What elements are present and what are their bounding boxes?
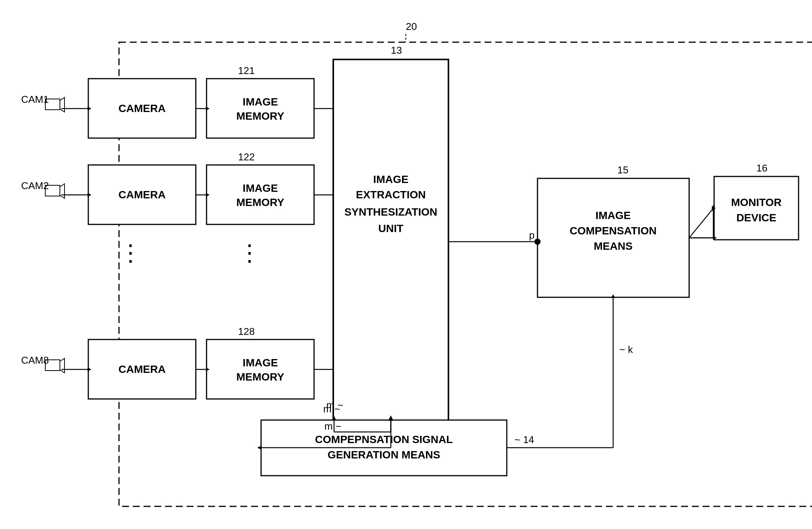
dots-memories: ⋮	[238, 240, 261, 266]
m-connector-label: m ~	[324, 420, 341, 432]
monitor-label2: DEVICE	[736, 212, 776, 224]
camera2-label: CAMERA	[119, 189, 166, 201]
image-memory2-label2: MEMORY	[236, 196, 284, 208]
svg-marker-18	[60, 358, 64, 373]
svg-line-30	[689, 208, 713, 238]
connector-p-label: p	[529, 229, 534, 241]
m-label: m ~	[326, 399, 343, 411]
svg-marker-2	[60, 97, 64, 112]
ref-128: 128	[238, 326, 255, 337]
image-memory1-block	[207, 79, 314, 138]
comp-means-label3: MEANS	[594, 240, 632, 252]
camera1-label: CAMERA	[119, 102, 166, 114]
cam2-label: CAM2	[21, 180, 49, 191]
comp-means-label2: COMPENSATION	[570, 225, 657, 237]
image-memory8-label2: MEMORY	[236, 371, 284, 383]
ref-20: 20	[406, 21, 417, 32]
image-memory8-block	[207, 339, 314, 399]
monitor-label1: MONITOR	[731, 196, 782, 208]
image-memory8-label1: IMAGE	[243, 357, 278, 369]
image-memory2-label1: IMAGE	[243, 182, 278, 194]
extraction-label2: EXTRACTION	[356, 189, 426, 201]
ref-15: 15	[617, 164, 628, 176]
comp-means-label1: IMAGE	[595, 209, 631, 221]
comp-signal-label2: GENERATION MEANS	[327, 449, 440, 461]
compensation-means-block	[537, 178, 689, 297]
ref-13: 13	[391, 44, 402, 56]
dots-cameras: ⋮	[119, 240, 142, 266]
extraction-label1: IMAGE	[373, 173, 408, 185]
image-memory2-block	[207, 165, 314, 224]
extraction-label3: SYNTHESIZATION	[344, 206, 437, 218]
svg-marker-47	[257, 446, 261, 450]
comp-signal-label1: COMPEPNSATION SIGNAL	[315, 433, 453, 445]
cam1-label: CAM1	[21, 94, 49, 105]
ref-14: ~ 14	[514, 434, 534, 445]
ref-16: 16	[756, 162, 767, 174]
diagram-container: 20 CAMERA CAM1 IMAGE MEMORY 121 CAMERA C…	[0, 0, 812, 529]
cam8-label: CAM8	[21, 354, 49, 366]
camera8-label: CAMERA	[119, 363, 166, 375]
ref-122: 122	[238, 151, 255, 163]
connector-p-dot	[534, 239, 541, 245]
image-memory1-label2: MEMORY	[236, 110, 284, 122]
k-label: ~ k	[619, 344, 633, 355]
svg-marker-10	[60, 184, 64, 198]
ref-121: 121	[238, 65, 255, 76]
image-memory1-label1: IMAGE	[243, 96, 278, 108]
extraction-unit-block	[333, 59, 448, 432]
extraction-label4: UNIT	[378, 222, 403, 234]
